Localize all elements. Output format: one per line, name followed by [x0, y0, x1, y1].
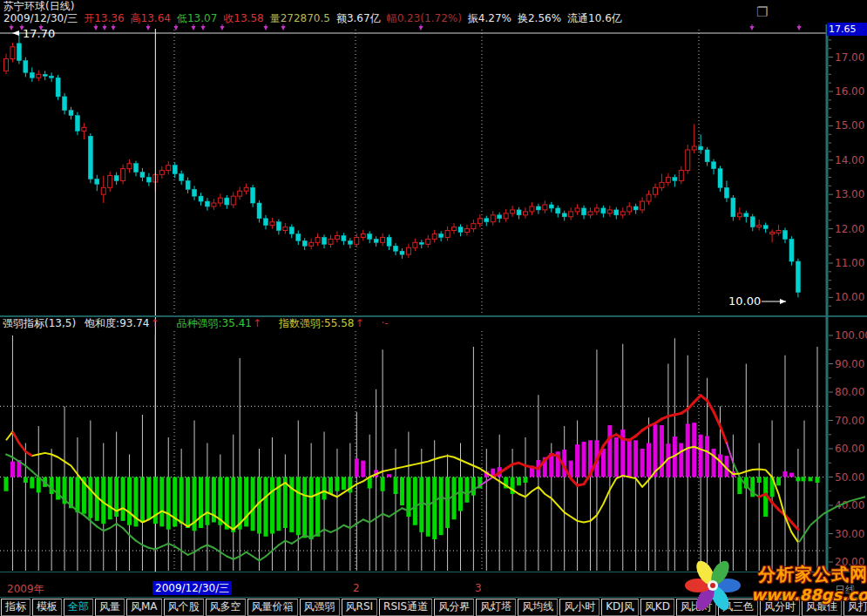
- stock-title: 苏宁环球(日线): [3, 1, 74, 12]
- toolbar-tab-14[interactable]: 风均线: [518, 599, 558, 616]
- toolbar-tab-9[interactable]: 风强弱: [300, 599, 340, 616]
- toolbar-tab-22[interactable]: 风打出: [843, 599, 867, 616]
- price-axis-label: 13.00: [835, 188, 864, 200]
- toolbar-tab-4[interactable]: 风量: [95, 599, 125, 616]
- indicator-header-field: 品种强弱:35.41↑: [177, 317, 270, 329]
- toolbar-tab-20[interactable]: 风分时: [760, 599, 800, 616]
- price-axis-label: 15.00: [835, 119, 864, 132]
- indicator-header-field: 强弱指标(13,5): [3, 317, 76, 329]
- toolbar-tab-15[interactable]: 风小时: [559, 599, 599, 616]
- toolbar-tab-11[interactable]: RSIS通道: [379, 599, 432, 616]
- quote-field: 流通10.6亿: [567, 12, 622, 24]
- indicator-axis-label: 60.00: [835, 443, 864, 455]
- quote-field: 量272870.5: [270, 12, 330, 24]
- indicator-header-field: 饱和度:93.74↑: [85, 317, 167, 329]
- price-axis-label: 17.00: [835, 51, 864, 64]
- price-axis-label: 16.00: [835, 85, 864, 98]
- toolbar-tab-21[interactable]: 风最佳: [802, 599, 842, 616]
- indicator-header-field: ·-: [382, 317, 389, 329]
- up-arrow-icon: ↑: [253, 317, 261, 329]
- quote-field: 低13.07: [177, 12, 217, 24]
- date-axis-month-2: 2: [353, 582, 360, 594]
- quote-field: 2009/12/30/三: [3, 12, 78, 24]
- indicator-axis-label: 90.00: [835, 358, 864, 370]
- chart-canvas[interactable]: 17.7010.0010.0011.0012.0013.0014.0015.00…: [0, 0, 867, 616]
- toolbar-tab-3[interactable]: 全部: [64, 599, 93, 616]
- toolbar-tab-6[interactable]: 风个股: [164, 599, 204, 616]
- indicator-header: 强弱指标(13,5)饱和度:93.74↑品种强弱:35.41↑指数强弱:55.5…: [3, 317, 397, 330]
- indicator-toolbar: 指标模板全部风量风MA风个股风多空风量价箱风强弱风RSIRSIS通道风分界风灯塔…: [0, 598, 867, 616]
- toolbar-tab-1[interactable]: 指标: [1, 599, 30, 616]
- toolbar-tab-7[interactable]: 风多空: [206, 599, 246, 616]
- indicator-axis-label: 70.00: [835, 415, 864, 427]
- up-arrow-icon: ↑: [151, 317, 159, 329]
- toolbar-tab-10[interactable]: 风RSI: [342, 599, 378, 616]
- indicator-axis-label: 30.00: [835, 528, 864, 540]
- low-price-label: 10.00: [728, 294, 761, 308]
- period-label: 日线: [835, 583, 856, 598]
- current-price-tag: 17.65: [827, 23, 867, 36]
- peak-price-label: 17.70: [23, 27, 55, 40]
- toolbar-tab-16[interactable]: KDJ风: [601, 599, 639, 616]
- price-axis-label: 11.00: [835, 257, 864, 269]
- date-axis-month-3: 3: [475, 582, 482, 594]
- date-axis-row[interactable]: 2009年 2009/12/30/三 2 3 日线: [0, 572, 867, 598]
- quote-field: 振4.27%: [468, 12, 511, 24]
- quote-field: 换2.56%: [518, 12, 561, 24]
- toolbar-tab-19[interactable]: 风三色: [718, 599, 758, 616]
- price-axis-label: 12.00: [835, 223, 864, 235]
- quote-field: 收13.58: [223, 12, 263, 24]
- quote-field: 额3.67亿: [336, 12, 381, 24]
- quote-field: 幅0.23(1.72%): [387, 12, 462, 24]
- indicator-axis-label: 20.00: [835, 556, 864, 568]
- price-axis-label: 14.00: [835, 154, 864, 166]
- date-axis-year: 2009年: [7, 582, 44, 597]
- toolbar-tab-17[interactable]: 风KD: [640, 599, 674, 616]
- window-restore-icon[interactable]: ❐: [756, 4, 768, 20]
- up-arrow-icon: ↑: [355, 317, 363, 329]
- selected-date-box[interactable]: 2009/12/30/三: [152, 581, 232, 595]
- toolbar-tab-5[interactable]: 风MA: [126, 599, 162, 616]
- indicator-axis-label: 80.00: [835, 386, 864, 398]
- indicator-axis-label: 100.00: [835, 329, 867, 342]
- toolbar-tab-2[interactable]: 模板: [32, 599, 62, 616]
- toolbar-tab-8[interactable]: 风量价箱: [247, 599, 298, 616]
- toolbar-tab-13[interactable]: 风灯塔: [476, 599, 516, 616]
- toolbar-tab-12[interactable]: 风分界: [434, 599, 474, 616]
- indicator-axis-label: 50.00: [835, 471, 864, 484]
- price-axis-label: 10.00: [835, 291, 864, 303]
- quote-field: 开13.36: [84, 12, 124, 24]
- app-window: 17.7010.0010.0011.0012.0013.0014.0015.00…: [0, 0, 867, 616]
- quote-field: 高13.64: [131, 12, 171, 24]
- quote-info-bar: 2009/12/30/三开13.36高13.64低13.07收13.58量272…: [3, 13, 628, 24]
- toolbar-tab-18[interactable]: 风比对: [676, 599, 716, 616]
- indicator-header-field: 指数强弱:55.58↑: [279, 317, 372, 329]
